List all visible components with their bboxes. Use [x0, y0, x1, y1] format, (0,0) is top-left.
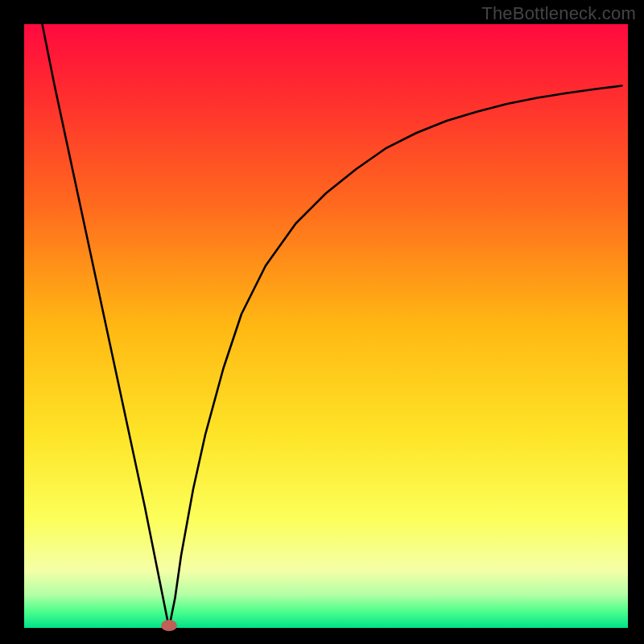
chart-frame: TheBottleneck.com [0, 0, 644, 644]
optimum-marker [161, 620, 177, 631]
watermark-text: TheBottleneck.com [481, 3, 636, 24]
bottleneck-chart [0, 0, 644, 644]
plot-background [24, 24, 628, 628]
